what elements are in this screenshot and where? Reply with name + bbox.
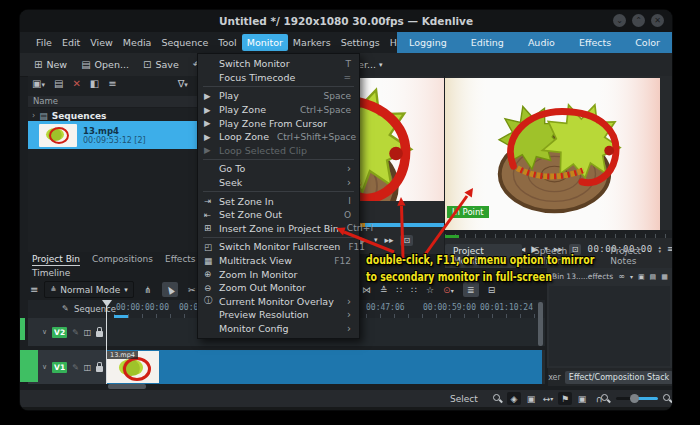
- workspace-tab-logging[interactable]: Logging: [397, 32, 459, 53]
- menu-item-switch-monitor[interactable]: Switch Monitor T: [198, 57, 359, 71]
- select-tool-button[interactable]: ▲: [162, 282, 178, 297]
- delete-button[interactable]: ✕: [72, 78, 80, 89]
- menu-item-go-to[interactable]: Go To ›: [198, 162, 359, 176]
- playhead-line[interactable]: [106, 306, 107, 384]
- menu-markers[interactable]: Markers: [288, 34, 336, 51]
- menu-tool[interactable]: Tool: [213, 34, 241, 51]
- workspace-tab-audio[interactable]: Audio: [516, 32, 567, 53]
- add-clip-button[interactable]: ▣▾: [32, 78, 45, 89]
- menu-media[interactable]: Media: [118, 34, 157, 51]
- snap-icon[interactable]: ▣: [575, 392, 589, 405]
- flag-icon[interactable]: ⚑: [558, 392, 572, 405]
- track-head-v2[interactable]: ∨ V2 ✎ ◫: [28, 318, 106, 346]
- expand-chevron-icon[interactable]: ›: [32, 111, 35, 120]
- mix-clips-icon[interactable]: ⋈: [362, 285, 371, 295]
- tag-icon[interactable]: ◈: [507, 392, 521, 405]
- align-audio-icon[interactable]: ≙: [380, 285, 388, 295]
- filter-button[interactable]: ∇▾: [178, 78, 188, 89]
- chevron-down-icon[interactable]: ▾: [374, 236, 378, 244]
- playhead-handle[interactable]: [102, 300, 112, 307]
- minimize-button[interactable]: ⌄: [613, 14, 626, 27]
- tab-effects[interactable]: Effects: [165, 254, 196, 266]
- favorite-effect-icon[interactable]: ☆: [426, 285, 434, 295]
- zoom-out-icon[interactable]: [598, 392, 612, 405]
- track-tools-button[interactable]: ⋔: [140, 282, 156, 297]
- timeline-clip[interactable]: 13.mp4: [106, 350, 542, 384]
- hamburger-icon[interactable]: ≡: [30, 284, 38, 295]
- forward-button[interactable]: ▸▸: [384, 235, 393, 245]
- view-mode-button[interactable]: ≡: [108, 78, 116, 89]
- tab-project-bin[interactable]: Project Bin: [32, 254, 80, 266]
- maximize-button[interactable]: ⌃: [632, 14, 645, 27]
- timeline-h-scrollbar[interactable]: [28, 384, 545, 389]
- track-target-icon[interactable]: ◫: [84, 328, 92, 337]
- lock-icon[interactable]: [96, 331, 103, 337]
- menu-item-focus-timecode[interactable]: Focus Timecode =: [198, 71, 359, 85]
- close-button[interactable]: ✕: [651, 14, 664, 27]
- bin-clip-row-selected[interactable]: 13.mp4 00:09:53:12 [2]: [28, 121, 197, 149]
- collapse-chevron-icon[interactable]: ∨: [42, 363, 47, 371]
- lock-icon[interactable]: [96, 366, 103, 372]
- menu-item-seek[interactable]: Seek ›: [198, 176, 359, 190]
- edit-track-icon[interactable]: ✎: [72, 363, 79, 372]
- open-button[interactable]: ▤ Open...: [81, 59, 129, 70]
- tab-project-notes[interactable]: Project Notes: [602, 244, 672, 268]
- create-folder-button[interactable]: ▤: [54, 78, 63, 89]
- menu-item-insert-zone-in-project-bin[interactable]: Insert Zone in Project Bin Ctrl+I: [198, 222, 359, 236]
- track-badge-v2[interactable]: V2: [52, 327, 67, 338]
- marker-icon[interactable]: ∷: [397, 285, 403, 295]
- menu-edit[interactable]: Edit: [57, 34, 85, 51]
- menu-item-monitor-config[interactable]: Monitor Config ›: [198, 322, 359, 336]
- tab-effect-composition-stack[interactable]: Effect/Composition Stack: [565, 371, 672, 384]
- edit-mode-select[interactable]: ≜ Normal Mode ▾: [44, 281, 133, 298]
- zoom-slider-handle[interactable]: [630, 394, 639, 403]
- grid-icon[interactable]: ▦: [661, 273, 668, 281]
- chevron-down-icon: ▾: [379, 61, 383, 69]
- track-badge-v1[interactable]: V1: [52, 362, 67, 373]
- zone-mode-button[interactable]: ⊡: [400, 235, 413, 246]
- copy-effect-icon[interactable]: ▤: [650, 273, 657, 281]
- track-head-v1[interactable]: ∨ V1 ✎ ◫: [28, 350, 106, 384]
- record-icon[interactable]: ⊙▾: [443, 285, 454, 295]
- menu-item-switch-monitor-fullscreen[interactable]: Switch Monitor Fullscreen F11: [198, 240, 359, 254]
- menu-sequence[interactable]: Sequence: [156, 34, 213, 51]
- guide-icon[interactable]: ∷: [411, 285, 417, 295]
- collapse-chevron-icon[interactable]: ∨: [42, 328, 47, 336]
- chevron-down-icon[interactable]: ▾: [630, 273, 633, 280]
- menu-monitor[interactable]: Monitor: [242, 34, 288, 51]
- tab-compositions[interactable]: Compositions: [92, 254, 153, 266]
- timeline-zoom-slider[interactable]: [616, 397, 658, 400]
- menu-item-multitrack-view[interactable]: Multitrack View F12: [198, 254, 359, 268]
- search-icon[interactable]: [490, 392, 504, 405]
- menu-item-preview-resolution[interactable]: Preview Resolution ›: [198, 308, 359, 322]
- menu-item-set-zone-out[interactable]: Set Zone Out O: [198, 208, 359, 222]
- edit-track-icon[interactable]: ✎: [72, 328, 79, 337]
- menu-item-current-monitor-overlay[interactable]: Current Monitor Overlay ›: [198, 295, 359, 309]
- timeline-v-scrollbar[interactable]: [538, 302, 543, 346]
- project-monitor-ruler[interactable]: [445, 230, 672, 238]
- workspace-tab-editing[interactable]: Editing: [459, 32, 516, 53]
- menu-view[interactable]: View: [85, 34, 118, 51]
- link-icon[interactable]: ∞: [618, 272, 625, 281]
- workspace-tab-effects[interactable]: Effects: [567, 32, 623, 53]
- menu-item-set-zone-in[interactable]: Set Zone In I: [198, 194, 359, 208]
- workspace-tab-color[interactable]: Color: [623, 32, 672, 53]
- save-button[interactable]: ⊡ Save: [143, 59, 179, 70]
- menu-item-play-zone-from-cursor[interactable]: Play Zone From Cursor: [198, 116, 359, 130]
- menu-file[interactable]: File: [31, 34, 57, 51]
- menu-item-play[interactable]: Play Space: [198, 89, 359, 103]
- save-effect-icon[interactable]: ▣: [638, 273, 645, 281]
- tab-mixer[interactable]: Mixer: [548, 371, 565, 384]
- tag-icon[interactable]: ◧: [90, 78, 99, 89]
- show-audio-thumbnails-button[interactable]: ⊟: [488, 285, 496, 295]
- move-icon[interactable]: ↔▾: [541, 392, 555, 405]
- menu-item-zoom-out-monitor[interactable]: Zoom Out Monitor: [198, 281, 359, 295]
- zoom-in-icon[interactable]: [660, 392, 672, 405]
- save-zone-icon[interactable]: ▣: [524, 392, 538, 405]
- new-button[interactable]: ⊞ New: [34, 59, 67, 70]
- menu-item-zoom-in-monitor[interactable]: Zoom In Monitor: [198, 267, 359, 281]
- menu-settings[interactable]: Settings: [336, 34, 385, 51]
- menu-item-loop-zone[interactable]: Loop Zone Ctrl+Shift+Space: [198, 130, 359, 144]
- track-target-icon[interactable]: ◫: [84, 363, 92, 372]
- menu-item-play-zone[interactable]: Play Zone Ctrl+Space: [198, 103, 359, 117]
